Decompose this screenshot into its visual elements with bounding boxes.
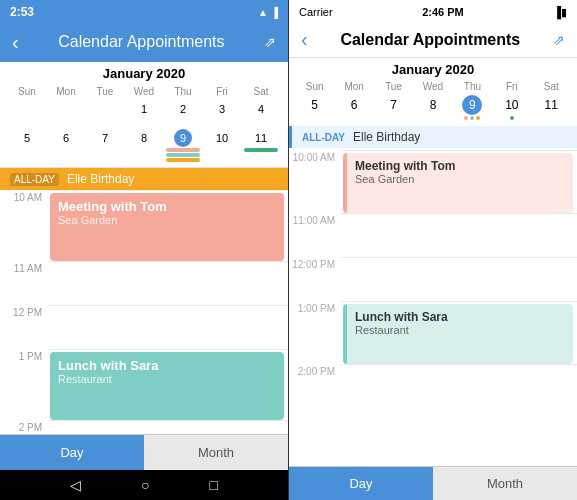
cal-cell-8[interactable]: 8 (125, 128, 163, 163)
all-day-label-left: ALL-DAY (10, 173, 59, 186)
meeting-title-right: Meeting with Tom (355, 159, 565, 173)
cal-hdr-mon: Mon (47, 85, 85, 98)
app-header-right: ‹ Calendar Appointments ⇗ (289, 22, 577, 58)
rhdr-wed: Wed (413, 80, 452, 93)
time-row-11am-right: 11:00 AM (289, 213, 577, 257)
cal-cell-empty3[interactable] (86, 99, 124, 127)
cal-hdr-wed: Wed (125, 85, 163, 98)
time-line-11am (48, 261, 288, 305)
all-day-left[interactable]: ALL-DAY Elle Birthday (0, 168, 288, 190)
meeting-dot (464, 116, 468, 120)
dots-10 (492, 116, 531, 120)
time-lbl-10am-right: 10:00 AM (289, 150, 341, 213)
tab-day-left[interactable]: Day (0, 435, 144, 470)
rcell-5[interactable]: 5 (295, 93, 334, 122)
cal-cell-empty2[interactable] (47, 99, 85, 127)
all-day-label-right: ALL-DAY (302, 132, 345, 143)
time-lbl-2pm-right: 2:00 PM (289, 364, 341, 408)
time-row-2pm: 2 PM (0, 420, 288, 434)
time-row-10am: 10 AM Meeting with Tom Sea Garden (0, 190, 288, 261)
rhdr-fri: Fri (492, 80, 531, 93)
time-label-11am: 11 AM (0, 261, 48, 274)
cal-cell-6[interactable]: 6 (47, 128, 85, 163)
meeting-event-right[interactable]: Meeting with Tom Sea Garden (343, 153, 573, 213)
time-line-1pm: Lunch with Sara Restaurant (48, 349, 288, 420)
battery-icon-right: ▐▮ (553, 6, 567, 19)
lunch-sub-left: Restaurant (58, 373, 276, 385)
status-bar-left: 2:53 ▲ ▐ (0, 0, 288, 22)
allday-dot (476, 116, 480, 120)
cal-cell-9-today[interactable]: 9 (164, 128, 202, 163)
rhdr-sat: Sat (532, 80, 571, 93)
rcell-11[interactable]: 11 (532, 93, 571, 122)
time-line-11am-right (341, 213, 577, 257)
wifi-icon: ▲ (258, 7, 268, 18)
battery-icon: ▐ (271, 7, 278, 18)
tab-month-left[interactable]: Month (144, 435, 288, 470)
football-dot (510, 116, 514, 120)
cal-cell-10[interactable]: 10 (203, 128, 241, 163)
cal-cell-2[interactable]: 2 (164, 99, 202, 127)
month-title-right: January 2020 (295, 62, 571, 77)
export-icon-right[interactable]: ⇗ (553, 32, 565, 48)
time-line-1pm-right: Lunch with Sara Restaurant (341, 301, 577, 364)
meeting-event-left[interactable]: Meeting with Tom Sea Garden (50, 193, 284, 261)
time-label-10am: 10 AM (0, 190, 48, 203)
time-lbl-11am-right: 11:00 AM (289, 213, 341, 257)
cal-cell-5[interactable]: 5 (8, 128, 46, 163)
rcell-8[interactable]: 8 (413, 93, 452, 122)
cal-cell-empty1[interactable] (8, 99, 46, 127)
tab-day-right[interactable]: Day (289, 467, 433, 500)
time-row-2pm-right: 2:00 PM (289, 364, 577, 408)
cal-hdr-sun: Sun (8, 85, 46, 98)
rcell-10[interactable]: 10 (492, 93, 531, 122)
cal-cell-1[interactable]: 1 (125, 99, 163, 127)
rhdr-thu: Thu (453, 80, 492, 93)
time-label-2pm: 2 PM (0, 420, 48, 433)
meeting-title-left: Meeting with Tom (58, 199, 276, 214)
lunch-event-left[interactable]: Lunch with Sara Restaurant (50, 352, 284, 420)
rhdr-tue: Tue (374, 80, 413, 93)
cal-cell-11[interactable]: 11 (242, 128, 280, 163)
lunch-event-right[interactable]: Lunch with Sara Restaurant (343, 304, 573, 364)
cal-hdr-tue: Tue (86, 85, 124, 98)
time-label-1pm: 1 PM (0, 349, 48, 362)
export-icon-left[interactable]: ⇗ (264, 34, 276, 50)
recents-nav-left[interactable]: □ (210, 477, 218, 493)
schedule-scroll-left[interactable]: 10 AM Meeting with Tom Sea Garden 11 AM … (0, 190, 288, 434)
time-row-11am: 11 AM (0, 261, 288, 305)
schedule-scroll-right[interactable]: 10:00 AM Meeting with Tom Sea Garden 11:… (289, 150, 577, 466)
meeting-sub-right: Sea Garden (355, 173, 565, 185)
cal-hdr-thu: Thu (164, 85, 202, 98)
rcell-9-today[interactable]: 9 (453, 93, 492, 122)
cal-cell-7[interactable]: 7 (86, 128, 124, 163)
dots-9 (453, 116, 492, 120)
lunch-sub-right: Restaurant (355, 324, 565, 336)
rhdr-sun: Sun (295, 80, 334, 93)
month-title-left: January 2020 (8, 66, 280, 81)
time-line-2pm-right (341, 364, 577, 408)
time-line-10am: Meeting with Tom Sea Garden (48, 190, 288, 261)
time-line-12pm (48, 305, 288, 349)
back-button-left[interactable]: ‹ (12, 31, 19, 54)
cal-hdr-fri: Fri (203, 85, 241, 98)
all-day-event-right: Elle Birthday (353, 130, 420, 144)
mini-calendar-left: January 2020 Sun Mon Tue Wed Thu Fri Sat… (0, 62, 288, 168)
all-day-right[interactable]: ALL-DAY Elle Birthday (289, 126, 577, 148)
back-button-right[interactable]: ‹ (301, 28, 308, 51)
cal-cell-4[interactable]: 4 (242, 99, 280, 127)
back-nav-left[interactable]: ◁ (70, 477, 81, 493)
rcell-6[interactable]: 6 (334, 93, 373, 122)
rcell-7[interactable]: 7 (374, 93, 413, 122)
lunch-title-left: Lunch with Sara (58, 358, 276, 373)
cal-grid-right: Sun Mon Tue Wed Thu Fri Sat 5 6 7 8 9 10 (295, 80, 571, 122)
cal-cell-3[interactable]: 3 (203, 99, 241, 127)
carrier-right: Carrier (299, 6, 333, 18)
home-nav-left[interactable]: ○ (141, 477, 149, 493)
bottom-tabs-right: Day Month (289, 466, 577, 500)
time-line-2pm (48, 420, 288, 434)
system-nav-left: ◁ ○ □ (0, 470, 288, 500)
status-bar-right: Carrier 2:46 PM ▐▮ (289, 0, 577, 22)
meeting-sub-left: Sea Garden (58, 214, 276, 226)
tab-month-right[interactable]: Month (433, 467, 577, 500)
